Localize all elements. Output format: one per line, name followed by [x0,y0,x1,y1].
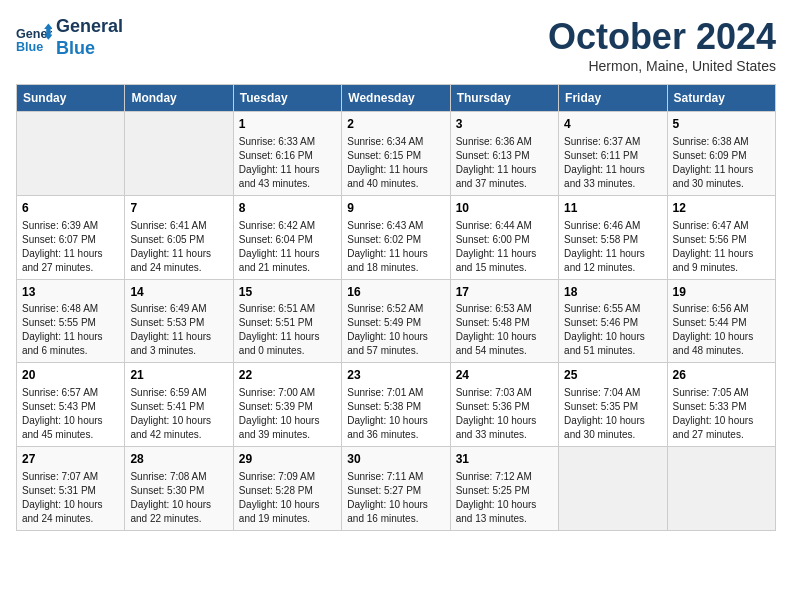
day-number: 27 [22,451,119,468]
day-number: 17 [456,284,553,301]
calendar-day: 25Sunrise: 7:04 AMSunset: 5:35 PMDayligh… [559,363,667,447]
day-info: Sunrise: 6:57 AMSunset: 5:43 PMDaylight:… [22,386,119,442]
calendar-day: 7Sunrise: 6:41 AMSunset: 6:05 PMDaylight… [125,195,233,279]
day-info: Sunrise: 7:09 AMSunset: 5:28 PMDaylight:… [239,470,336,526]
logo: General Blue General Blue [16,16,123,59]
day-info: Sunrise: 6:52 AMSunset: 5:49 PMDaylight:… [347,302,444,358]
svg-text:Blue: Blue [16,39,43,53]
calendar-day: 21Sunrise: 6:59 AMSunset: 5:41 PMDayligh… [125,363,233,447]
day-info: Sunrise: 6:36 AMSunset: 6:13 PMDaylight:… [456,135,553,191]
day-info: Sunrise: 6:43 AMSunset: 6:02 PMDaylight:… [347,219,444,275]
calendar-day: 5Sunrise: 6:38 AMSunset: 6:09 PMDaylight… [667,112,775,196]
day-info: Sunrise: 7:12 AMSunset: 5:25 PMDaylight:… [456,470,553,526]
calendar-day: 9Sunrise: 6:43 AMSunset: 6:02 PMDaylight… [342,195,450,279]
calendar-day: 8Sunrise: 6:42 AMSunset: 6:04 PMDaylight… [233,195,341,279]
calendar-day: 3Sunrise: 6:36 AMSunset: 6:13 PMDaylight… [450,112,558,196]
calendar-day [667,447,775,531]
day-number: 8 [239,200,336,217]
day-number: 25 [564,367,661,384]
day-info: Sunrise: 7:03 AMSunset: 5:36 PMDaylight:… [456,386,553,442]
day-info: Sunrise: 7:05 AMSunset: 5:33 PMDaylight:… [673,386,770,442]
day-info: Sunrise: 7:07 AMSunset: 5:31 PMDaylight:… [22,470,119,526]
day-number: 4 [564,116,661,133]
day-info: Sunrise: 6:51 AMSunset: 5:51 PMDaylight:… [239,302,336,358]
day-number: 31 [456,451,553,468]
day-info: Sunrise: 6:48 AMSunset: 5:55 PMDaylight:… [22,302,119,358]
page-header: General Blue General Blue October 2024 H… [16,16,776,74]
logo-line1: General [56,16,123,38]
day-info: Sunrise: 6:44 AMSunset: 6:00 PMDaylight:… [456,219,553,275]
weekday-header: Friday [559,85,667,112]
day-info: Sunrise: 6:33 AMSunset: 6:16 PMDaylight:… [239,135,336,191]
day-number: 12 [673,200,770,217]
day-number: 18 [564,284,661,301]
day-info: Sunrise: 6:46 AMSunset: 5:58 PMDaylight:… [564,219,661,275]
day-info: Sunrise: 7:01 AMSunset: 5:38 PMDaylight:… [347,386,444,442]
calendar-day [559,447,667,531]
day-number: 14 [130,284,227,301]
calendar-week: 20Sunrise: 6:57 AMSunset: 5:43 PMDayligh… [17,363,776,447]
day-info: Sunrise: 6:37 AMSunset: 6:11 PMDaylight:… [564,135,661,191]
day-info: Sunrise: 6:59 AMSunset: 5:41 PMDaylight:… [130,386,227,442]
day-number: 23 [347,367,444,384]
calendar-day: 11Sunrise: 6:46 AMSunset: 5:58 PMDayligh… [559,195,667,279]
logo-icon: General Blue [16,20,52,56]
day-number: 29 [239,451,336,468]
calendar-day: 17Sunrise: 6:53 AMSunset: 5:48 PMDayligh… [450,279,558,363]
day-number: 6 [22,200,119,217]
weekday-header: Wednesday [342,85,450,112]
month-title: October 2024 [548,16,776,58]
day-number: 2 [347,116,444,133]
day-number: 22 [239,367,336,384]
day-info: Sunrise: 6:39 AMSunset: 6:07 PMDaylight:… [22,219,119,275]
weekday-header: Monday [125,85,233,112]
calendar-day: 20Sunrise: 6:57 AMSunset: 5:43 PMDayligh… [17,363,125,447]
day-number: 24 [456,367,553,384]
day-number: 5 [673,116,770,133]
calendar-day: 26Sunrise: 7:05 AMSunset: 5:33 PMDayligh… [667,363,775,447]
day-info: Sunrise: 6:49 AMSunset: 5:53 PMDaylight:… [130,302,227,358]
calendar-table: SundayMondayTuesdayWednesdayThursdayFrid… [16,84,776,531]
weekday-header: Sunday [17,85,125,112]
calendar-day: 10Sunrise: 6:44 AMSunset: 6:00 PMDayligh… [450,195,558,279]
calendar-day: 18Sunrise: 6:55 AMSunset: 5:46 PMDayligh… [559,279,667,363]
calendar-day: 29Sunrise: 7:09 AMSunset: 5:28 PMDayligh… [233,447,341,531]
logo-line2: Blue [56,38,123,60]
calendar-day: 27Sunrise: 7:07 AMSunset: 5:31 PMDayligh… [17,447,125,531]
day-number: 15 [239,284,336,301]
day-info: Sunrise: 6:53 AMSunset: 5:48 PMDaylight:… [456,302,553,358]
day-number: 26 [673,367,770,384]
day-info: Sunrise: 6:47 AMSunset: 5:56 PMDaylight:… [673,219,770,275]
day-number: 10 [456,200,553,217]
day-info: Sunrise: 7:11 AMSunset: 5:27 PMDaylight:… [347,470,444,526]
calendar-day: 1Sunrise: 6:33 AMSunset: 6:16 PMDaylight… [233,112,341,196]
day-info: Sunrise: 6:56 AMSunset: 5:44 PMDaylight:… [673,302,770,358]
calendar-week: 13Sunrise: 6:48 AMSunset: 5:55 PMDayligh… [17,279,776,363]
day-info: Sunrise: 6:55 AMSunset: 5:46 PMDaylight:… [564,302,661,358]
day-info: Sunrise: 6:42 AMSunset: 6:04 PMDaylight:… [239,219,336,275]
day-number: 1 [239,116,336,133]
calendar-day: 12Sunrise: 6:47 AMSunset: 5:56 PMDayligh… [667,195,775,279]
calendar-day: 15Sunrise: 6:51 AMSunset: 5:51 PMDayligh… [233,279,341,363]
calendar-header: SundayMondayTuesdayWednesdayThursdayFrid… [17,85,776,112]
calendar-day [125,112,233,196]
day-info: Sunrise: 7:04 AMSunset: 5:35 PMDaylight:… [564,386,661,442]
calendar-day: 13Sunrise: 6:48 AMSunset: 5:55 PMDayligh… [17,279,125,363]
calendar-week: 6Sunrise: 6:39 AMSunset: 6:07 PMDaylight… [17,195,776,279]
calendar-day: 2Sunrise: 6:34 AMSunset: 6:15 PMDaylight… [342,112,450,196]
day-info: Sunrise: 7:00 AMSunset: 5:39 PMDaylight:… [239,386,336,442]
day-number: 28 [130,451,227,468]
weekday-header: Saturday [667,85,775,112]
calendar-day: 23Sunrise: 7:01 AMSunset: 5:38 PMDayligh… [342,363,450,447]
day-number: 30 [347,451,444,468]
day-number: 9 [347,200,444,217]
weekday-header: Thursday [450,85,558,112]
calendar-day: 30Sunrise: 7:11 AMSunset: 5:27 PMDayligh… [342,447,450,531]
day-info: Sunrise: 7:08 AMSunset: 5:30 PMDaylight:… [130,470,227,526]
day-number: 3 [456,116,553,133]
calendar-day: 28Sunrise: 7:08 AMSunset: 5:30 PMDayligh… [125,447,233,531]
calendar-day: 31Sunrise: 7:12 AMSunset: 5:25 PMDayligh… [450,447,558,531]
calendar-day: 19Sunrise: 6:56 AMSunset: 5:44 PMDayligh… [667,279,775,363]
day-info: Sunrise: 6:41 AMSunset: 6:05 PMDaylight:… [130,219,227,275]
calendar-day: 6Sunrise: 6:39 AMSunset: 6:07 PMDaylight… [17,195,125,279]
